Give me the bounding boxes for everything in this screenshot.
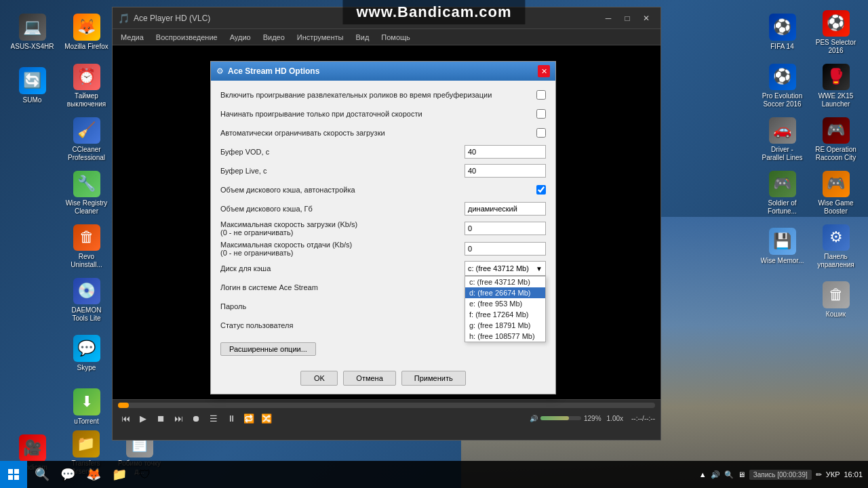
start-button[interactable] <box>0 461 27 488</box>
daemon-icon: 💿 <box>73 278 100 304</box>
desktop-icon-ccleaner[interactable]: 🧹 CCleaner Professional <box>61 114 112 165</box>
ace-option-label-12: Пароль <box>220 302 465 310</box>
taskbar-chevron-icon[interactable]: ▲ <box>699 470 707 479</box>
taskbar-time: 16:01 <box>844 470 863 479</box>
soldier-icon: 🎮 <box>769 171 796 197</box>
ace-disk-option-c[interactable]: c: (free 43712 Mb) <box>465 277 545 287</box>
vlc-shuffle-button[interactable]: 🔀 <box>259 411 274 426</box>
desktop: www.Bandicam.com 💻 ASUS-XS4HR 🔄 SUMo 🦊 M… <box>0 0 868 488</box>
desktop-icon-driver[interactable]: 🚗 Driver - Parallel Lines <box>757 114 808 165</box>
vlc-close-button[interactable]: ✕ <box>637 12 655 25</box>
ace-max-upload-input[interactable] <box>465 242 546 256</box>
desktop-icon-soldier[interactable]: 🎮 Soldier of Fortune... <box>757 167 808 218</box>
vlc-menu-audio[interactable]: Аудио <box>224 32 256 43</box>
vlc-menu-playback[interactable]: Воспроизведение <box>151 32 223 43</box>
firefox-icon: 🦊 <box>73 14 100 41</box>
taskbar-network-icon: 🔊 <box>711 470 720 479</box>
desktop-icon-timer[interactable]: ⏰ Таймер выключения <box>61 60 112 111</box>
vlc-playlist-button[interactable]: ☰ <box>206 411 221 426</box>
vlc-menu-help[interactable]: Помощь <box>376 32 416 43</box>
desktop-icon-wise-game[interactable]: 🎮 Wise Game Booster <box>810 167 861 218</box>
desktop-icon-re[interactable]: 🎮 RE Operation Raccoon City <box>810 114 861 165</box>
wwe-icon: 🥊 <box>823 64 850 90</box>
desktop-icon-revo[interactable]: 🗑 Revo Uninstall... <box>61 221 112 272</box>
desktop-icon-wise-mem[interactable]: 💾 Wise Memor... <box>757 221 808 272</box>
desktop-icon-asus[interactable]: 💻 ASUS-XS4HR <box>7 7 58 58</box>
vlc-menu-video[interactable]: Видео <box>258 32 290 43</box>
ace-disk-option-g[interactable]: g: (free 18791 Mb) <box>465 320 545 331</box>
ace-option-checkbox-3[interactable] <box>536 128 546 138</box>
ace-apply-button[interactable]: Применить <box>401 371 466 386</box>
desktop-icon-fifa[interactable]: ⚽ FIFA 14 <box>757 7 808 58</box>
taskbar-folder-icon[interactable]: 📁 <box>107 462 132 487</box>
ace-disk-option-d[interactable]: d: (free 26674 Mb) <box>465 287 545 298</box>
ace-dialog-title: Ace Stream HD Options <box>228 66 534 76</box>
desktop-icon-utorrent[interactable]: ⬇ uTorrent <box>61 382 112 432</box>
ace-option-row-3: Автоматически ограничивать скорость загр… <box>220 125 546 140</box>
desktop-icon-pro-evo[interactable]: ⚽ Pro Evolution Soccer 2016 <box>757 60 808 111</box>
ace-option-checkbox-2[interactable] <box>536 109 546 119</box>
taskbar-skype-icon[interactable]: 💬 <box>56 462 80 487</box>
desktop-icon-firefox[interactable]: 🦊 Mozilla Firefox <box>61 7 112 58</box>
bandicam-watermark: www.Bandicam.com <box>342 0 525 24</box>
vlc-stop-button[interactable]: ⏹ <box>153 411 168 426</box>
vlc-menu-tools[interactable]: Инструменты <box>292 32 349 43</box>
ace-disk-option-e[interactable]: e: (free 953 Mb) <box>465 298 545 309</box>
ace-option-checkbox-1[interactable] <box>536 90 546 100</box>
desktop-icon-wwe[interactable]: 🥊 WWE 2K15 Launcher <box>810 60 861 111</box>
pes-icon: ⚽ <box>823 10 850 37</box>
vlc-menu-view[interactable]: Вид <box>350 32 374 43</box>
taskbar-monitor-icon: 🖥 <box>738 470 745 479</box>
ace-option-checkbox-6[interactable] <box>536 185 546 195</box>
ace-vod-buffer-input[interactable] <box>465 145 546 159</box>
vlc-frame-button[interactable]: ⏸ <box>224 411 239 426</box>
ace-cancel-button[interactable]: Отмена <box>343 371 395 386</box>
desktop-icon-sumo[interactable]: 🔄 SUMo <box>7 60 58 111</box>
ace-dialog-close-button[interactable]: ✕ <box>538 65 550 77</box>
ace-option-label-2: Начинать проигрывание только при достато… <box>220 110 536 118</box>
vlc-window-controls: ─ □ ✕ <box>599 12 655 25</box>
ace-disk-cache-input[interactable] <box>465 202 546 216</box>
vlc-play-button[interactable]: ▶ <box>136 411 151 426</box>
ace-stream-dialog: ⚙ Ace Stream HD Options ✕ Включить проиг… <box>210 61 556 394</box>
desktop-icon-daemon[interactable]: 💿 DAEMON Tools Lite <box>61 274 112 325</box>
ace-disk-option-h[interactable]: h: (free 108577 Mb) <box>465 331 545 342</box>
vlc-controls-bar: ⏮ ▶ ⏹ ⏭ ⏺ ☰ ⏸ 🔁 🔀 🔊 129% 1.00x --:--/--:… <box>113 399 660 440</box>
desktop-icon-skype[interactable]: 💬 Skype <box>61 328 112 379</box>
vlc-volume-bar[interactable] <box>540 416 581 420</box>
vlc-minimize-button[interactable]: ─ <box>599 12 617 25</box>
ace-max-download-input[interactable] <box>465 222 546 235</box>
ace-ok-button[interactable]: OK <box>300 371 338 386</box>
ace-option-label-10: Диск для кэша <box>220 264 465 272</box>
desktop-icon-wise[interactable]: 🔧 Wise Registry Cleaner <box>61 167 112 218</box>
taskbar-search-icon[interactable]: 🔍 <box>30 462 54 487</box>
desktop-icon-panel[interactable]: ⚙ Панель управления <box>810 221 861 272</box>
vlc-menu-media[interactable]: Медиа <box>115 32 149 43</box>
ace-disk-option-f[interactable]: f: (free 17264 Mb) <box>465 309 545 320</box>
pro-evo-icon: ⚽ <box>769 64 796 90</box>
ace-dialog-footer: OK Отмена Применить <box>211 365 555 394</box>
ace-disk-dropdown[interactable]: c: (free 43712 Mb) ▼ <box>465 261 546 276</box>
ace-option-label-6: Объем дискового кэша, автонастройка <box>220 186 536 194</box>
vlc-loop-button[interactable]: 🔁 <box>241 411 256 426</box>
ace-live-buffer-input[interactable] <box>465 164 546 178</box>
taskbar-shield-icon[interactable]: 🛡 <box>133 462 157 487</box>
wise-game-icon: 🎮 <box>823 171 850 197</box>
taskbar-pen-icon: ✏ <box>816 470 822 479</box>
desktop-icon-pes[interactable]: ⚽ PES Selector 2016 <box>810 7 861 58</box>
ace-option-row-9: Максимальная скорость отдачи (Kb/s) (0 -… <box>220 241 546 257</box>
ace-option-row-1: Включить проигрывание развлекательных ро… <box>220 87 546 102</box>
vlc-record-button[interactable]: ⏺ <box>189 411 203 426</box>
trash-icon: 🗑 <box>823 281 850 308</box>
desktop-icon-trash[interactable]: 🗑 Кошик <box>810 274 861 325</box>
ace-dialog-body: Включить проигрывание развлекательных ро… <box>211 81 555 365</box>
taskbar-volume-icon: 🔍 <box>724 470 734 479</box>
ace-advanced-button[interactable]: Расширенные опции... <box>220 342 316 356</box>
vlc-maximize-button[interactable]: □ <box>618 12 636 25</box>
vlc-progress-bar[interactable] <box>118 403 655 408</box>
ccleaner-icon: 🧹 <box>73 117 100 144</box>
vlc-prev-button[interactable]: ⏮ <box>118 411 133 426</box>
vlc-next-button[interactable]: ⏭ <box>171 411 186 426</box>
ace-option-row-8: Максимальная скорость загрузки (Kb/s) (0… <box>220 220 546 237</box>
taskbar-firefox-icon[interactable]: 🦊 <box>81 462 106 487</box>
